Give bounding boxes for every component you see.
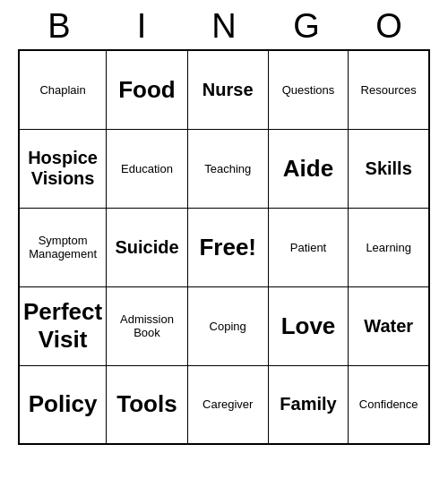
cell-0-3: Questions	[268, 50, 349, 129]
cell-2-1: Suicide	[107, 208, 188, 286]
header-letter-O: O	[349, 7, 428, 46]
cell-2-0: Symptom Management	[19, 208, 107, 286]
cell-4-4: Confidence	[349, 365, 429, 444]
cell-3-0: Perfect Visit	[19, 286, 107, 365]
header-letter-G: G	[267, 7, 346, 46]
cell-0-2: Nurse	[187, 50, 268, 129]
cell-1-4: Skills	[349, 129, 429, 208]
cell-2-4: Learning	[349, 208, 429, 286]
bingo-grid: ChaplainFoodNurseQuestionsResourcesHospi…	[18, 49, 430, 445]
cell-0-1: Food	[107, 50, 188, 129]
header-letter-I: I	[102, 7, 181, 46]
table-row: Hospice VisionsEducationTeachingAideSkil…	[19, 129, 429, 208]
table-row: PolicyToolsCaregiverFamilyConfidence	[19, 365, 429, 444]
cell-4-1: Tools	[107, 365, 188, 444]
cell-1-3: Aide	[268, 129, 349, 208]
header-letter-B: B	[20, 7, 99, 46]
table-row: ChaplainFoodNurseQuestionsResources	[19, 50, 429, 129]
cell-1-0: Hospice Visions	[19, 129, 107, 208]
cell-1-2: Teaching	[187, 129, 268, 208]
cell-0-4: Resources	[349, 50, 429, 129]
cell-2-3: Patient	[268, 208, 349, 286]
table-row: Symptom ManagementSuicideFree!PatientLea…	[19, 208, 429, 286]
cell-3-2: Coping	[187, 286, 268, 365]
cell-3-3: Love	[268, 286, 349, 365]
cell-4-3: Family	[268, 365, 349, 444]
table-row: Perfect VisitAdmission BookCopingLoveWat…	[19, 286, 429, 365]
cell-2-2: Free!	[187, 208, 268, 286]
cell-1-1: Education	[107, 129, 188, 208]
cell-3-1: Admission Book	[107, 286, 188, 365]
cell-3-4: Water	[349, 286, 429, 365]
bingo-header: BINGO	[18, 0, 430, 49]
cell-4-2: Caregiver	[187, 365, 268, 444]
cell-0-0: Chaplain	[19, 50, 107, 129]
cell-4-0: Policy	[19, 365, 107, 444]
header-letter-N: N	[185, 7, 263, 46]
